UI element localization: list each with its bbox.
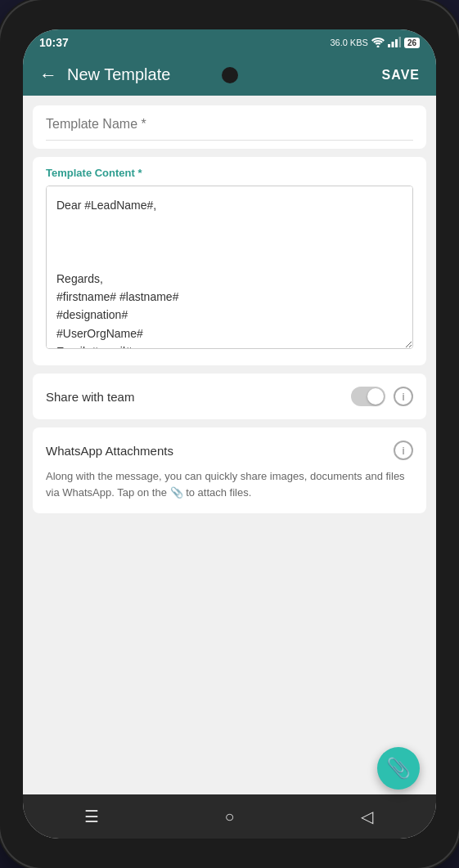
back-button[interactable]: ← [39,66,57,84]
status-time: 10:37 [39,36,69,49]
page-title: New Template [67,65,170,84]
field-underline [46,140,413,141]
paperclip-icon: 📎 [170,485,183,501]
header-left: ← New Template [39,65,170,84]
back-nav-button[interactable]: ◁ [351,800,384,833]
content-label: Template Content * [46,167,413,179]
share-info-icon[interactable]: i [394,387,413,406]
template-content-textarea[interactable]: Dear #LeadName#, Regards, #firstname# #l… [46,186,413,349]
whatsapp-info-icon[interactable]: i [394,441,413,460]
share-with-team-row: Share with team i [33,374,426,419]
status-speed: 36.0 KBS [330,38,367,47]
svg-rect-3 [395,39,398,47]
whatsapp-attachments-card: WhatsApp Attachments i Along with the me… [33,427,426,513]
svg-point-0 [376,45,379,47]
home-nav-button[interactable]: ○ [213,800,245,833]
status-icons: 36.0 KBS [330,37,420,49]
bottom-nav: ☰ ○ ◁ [23,794,436,839]
phone-frame: 10:37 36.0 KBS [0,0,459,868]
whatsapp-description: Along with the message, you can quickly … [46,468,413,500]
share-with-team-controls: i [351,387,413,406]
battery-indicator: 26 [404,38,420,48]
share-with-team-label: Share with team [46,390,134,404]
attach-fab[interactable]: 📎 [377,747,420,790]
template-name-card [33,105,426,149]
svg-rect-4 [398,37,401,47]
whatsapp-label: WhatsApp Attachments [46,444,173,458]
template-name-input[interactable] [46,117,413,132]
content-area: Template Content * Dear #LeadName#, Rega… [23,96,436,794]
menu-nav-button[interactable]: ☰ [75,800,108,833]
whatsapp-row: WhatsApp Attachments i [46,441,413,460]
signal-icon [388,37,401,49]
wifi-icon [371,37,385,49]
share-with-team-toggle[interactable] [351,387,385,406]
save-button[interactable]: SAVE [382,68,420,83]
camera-notch [222,67,238,83]
status-bar: 10:37 36.0 KBS [23,29,436,54]
svg-rect-2 [391,42,394,47]
phone-screen: 10:37 36.0 KBS [23,29,436,839]
svg-rect-1 [388,44,390,47]
attach-fab-icon: 📎 [386,757,411,780]
template-content-card: Template Content * Dear #LeadName#, Rega… [33,157,426,365]
toggle-knob [367,388,384,405]
